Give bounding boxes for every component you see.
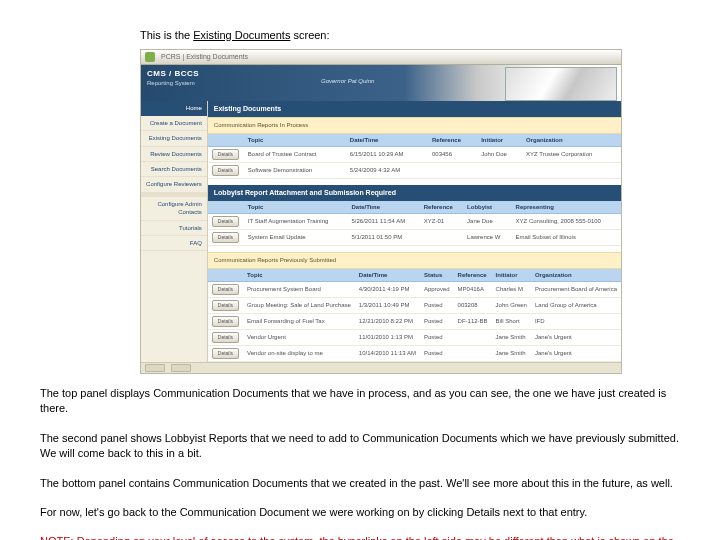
table-header-row: Topic Date/Time Reference Initiator Orga… [208, 134, 621, 147]
table-row: DetailsIT Staff Augmentation Training5/2… [208, 214, 621, 230]
brand-subtitle: Reporting System [147, 79, 195, 87]
table-header-row: TopicDate/TimeStatusReferenceInitiatorOr… [208, 269, 621, 282]
window-titlebar: PCRS | Existing Documents [141, 50, 621, 65]
col: Organization [522, 134, 621, 147]
table-in-process: Topic Date/Time Reference Initiator Orga… [208, 134, 621, 179]
paragraph: The bottom panel contains Communication … [40, 476, 680, 491]
table-row: DetailsVendor Urgent11/01/2010 1:13 PMPo… [208, 329, 621, 345]
paragraph: For now, let's go back to the Communicat… [40, 505, 680, 520]
table-row: DetailsSoftware Demonstration5/24/2009 4… [208, 162, 621, 178]
header-banner: CMS / BCCS Reporting System Governor Pat… [141, 65, 621, 101]
table-previous: TopicDate/TimeStatusReferenceInitiatorOr… [208, 269, 621, 362]
section-subtitle: Communication Reports In Process [208, 117, 621, 133]
sidebar-home[interactable]: Home [141, 101, 207, 115]
main-content: Existing Documents Communication Reports… [208, 101, 621, 362]
intro-link: Existing Documents [193, 29, 290, 41]
details-button[interactable]: Details [212, 332, 239, 343]
screenshot: PCRS | Existing Documents CMS / BCCS Rep… [140, 49, 622, 374]
governor-label: Governor Pat Quinn [321, 77, 374, 85]
table-header-row: TopicDate/TimeReferenceLobbyistRepresent… [208, 201, 621, 214]
details-button[interactable]: Details [212, 232, 239, 243]
status-bar [141, 362, 621, 373]
sidebar-item[interactable]: Tutorials [141, 221, 207, 236]
details-button[interactable]: Details [212, 216, 239, 227]
sidebar-item[interactable]: Existing Documents [141, 131, 207, 146]
breadcrumb: PCRS | Existing Documents [161, 52, 248, 62]
intro-pre: This is the [140, 29, 193, 41]
sidebar-item[interactable]: FAQ [141, 236, 207, 251]
table-row: DetailsProcurement System Board4/30/2011… [208, 281, 621, 297]
table-row: DetailsGroup Meeting: Sale of Land Purch… [208, 297, 621, 313]
banner-photo [505, 67, 617, 101]
section-title-lobbyist: Lobbyist Report Attachment and Submissio… [208, 185, 621, 201]
app-icon [145, 52, 155, 62]
document-page: This is the Existing Documents screen: P… [0, 0, 720, 540]
col: Initiator [477, 134, 522, 147]
table-row: DetailsEmail Forwarding of Fuel Tax12/21… [208, 313, 621, 329]
details-button[interactable]: Details [212, 348, 239, 359]
intro-line: This is the Existing Documents screen: [140, 28, 680, 43]
sidebar-item[interactable]: Configure Reviewers [141, 177, 207, 192]
col: Reference [428, 134, 477, 147]
sidebar-item[interactable]: Create a Document [141, 116, 207, 131]
details-button[interactable]: Details [212, 165, 239, 176]
details-button[interactable]: Details [212, 284, 239, 295]
brand-title: CMS / BCCS [147, 68, 199, 79]
col: Date/Time [346, 134, 428, 147]
sidebar-item[interactable]: Configure Admin Contacts [141, 197, 207, 221]
sidebar-item[interactable]: Search Documents [141, 162, 207, 177]
details-button[interactable]: Details [212, 149, 239, 160]
details-button[interactable]: Details [212, 300, 239, 311]
col-blank [208, 134, 244, 147]
paragraph: The second panel shows Lobbyist Reports … [40, 431, 680, 462]
intro-post: screen: [290, 29, 329, 41]
sidebar-item[interactable]: Review Documents [141, 147, 207, 162]
section-title: Existing Documents [208, 101, 621, 117]
table-row: DetailsBoard of Trustee Contract6/15/201… [208, 146, 621, 162]
section-subtitle-prev: Communication Reports Previously Submitt… [208, 252, 621, 268]
table-row: DetailsVendor on-site display to me10/14… [208, 345, 621, 361]
sidebar: Home Create a Document Existing Document… [141, 101, 208, 362]
table-row: DetailsSystem Email Update5/1/2011 01:50… [208, 230, 621, 246]
paragraph: The top panel displays Communication Doc… [40, 386, 680, 417]
col: Topic [244, 134, 346, 147]
note-paragraph: NOTE: Depending on your level of access … [40, 534, 680, 540]
details-button[interactable]: Details [212, 316, 239, 327]
table-lobbyist: TopicDate/TimeReferenceLobbyistRepresent… [208, 201, 621, 246]
